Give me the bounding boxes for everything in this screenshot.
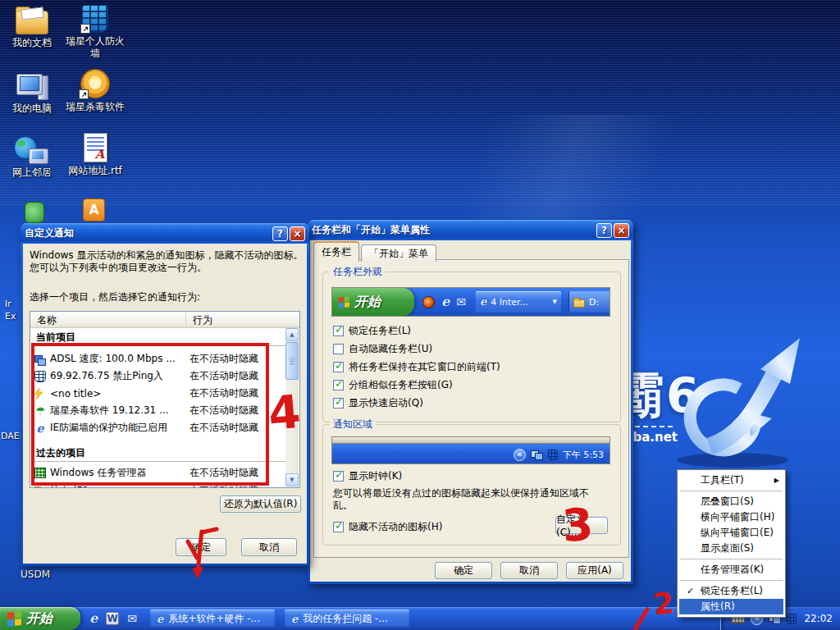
menu-item-show-desktop[interactable]: 显示桌面(S) <box>679 541 783 556</box>
dropdown-arrow-icon: ▼ <box>553 299 557 305</box>
tray-clock[interactable]: 22:02 <box>804 613 833 624</box>
checkbox-lock-taskbar[interactable]: ✓ 锁定任务栏(L) <box>333 324 411 338</box>
scroll-down-button[interactable]: ▼ <box>285 473 299 486</box>
dialog-titlebar[interactable]: 自定义通知 ? × <box>21 223 309 244</box>
tab-start-menu[interactable]: 「开始」菜单 <box>361 244 436 262</box>
list-rows: 当前项目 ADSL 速度: 100.0 Mbps ... 在不活动时隐藏 69.… <box>31 328 285 487</box>
hide-icons-hint: 您可以将最近没有点过的图标隐藏起来以便保持通知区域不 <box>333 487 589 500</box>
network-icon <box>531 450 543 460</box>
column-name[interactable]: 名称 <box>30 312 186 327</box>
firewall-tray-icon[interactable] <box>787 614 797 624</box>
checkbox-show-quicklaunch[interactable]: ✓ 显示快速启动(Q) <box>333 396 423 410</box>
windows-flag-icon <box>7 611 21 627</box>
my-documents-icon <box>16 11 48 34</box>
start-button[interactable]: 开始 <box>0 607 80 630</box>
partial-icon-label: USDM <box>21 568 50 580</box>
ok-button[interactable]: 确定 <box>435 562 492 579</box>
list-header[interactable]: 名称 行为 <box>30 312 299 328</box>
outlook-quicklaunch-icon[interactable]: ✉ <box>127 613 137 624</box>
scrollbar-thumb[interactable] <box>285 342 299 380</box>
menu-item-lock-taskbar[interactable]: ✓ 锁定任务栏(L) <box>679 583 783 599</box>
help-button[interactable]: ? <box>596 223 612 238</box>
groupbox-label: 通知区域 <box>330 418 376 430</box>
desktop-icon-network-places[interactable]: 网上邻居 <box>0 133 64 179</box>
groupbox-notification-area: 通知区域 « 下午 5:53 ✓ 显示时钟(K) <box>322 424 621 546</box>
ok-button[interactable]: 确定 <box>176 538 226 556</box>
ie-icon: e <box>157 614 163 624</box>
firewall-tray-icon <box>548 450 558 460</box>
help-button[interactable]: ? <box>272 226 288 241</box>
preview-start-label: 开始 <box>354 294 381 311</box>
word-quicklaunch-icon[interactable]: W <box>106 612 119 625</box>
firewall-wall-icon <box>82 5 108 33</box>
checkbox-show-clock[interactable]: ✓ 显示时钟(K) <box>333 469 402 483</box>
menu-item-properties[interactable]: 属性(R) <box>679 599 783 614</box>
checkbox-label: 将任务栏保持在其它窗口的前端(T) <box>349 360 500 374</box>
firewall-icon <box>34 371 46 382</box>
list-item[interactable]: ☂瑞星杀毒软件 19.12.31 ... 在不活动时隐藏 <box>31 402 285 419</box>
menu-item-tile-vertical[interactable]: 纵向平铺窗口(E) <box>679 525 783 541</box>
apply-button[interactable]: 应用(A) <box>566 562 623 579</box>
desktop-icon-my-documents[interactable]: 我的文档 <box>0 3 64 49</box>
quick-launch: e W ✉ <box>84 607 142 630</box>
list-item[interactable]: <no title> 在不活动时隐藏 <box>31 385 285 402</box>
notification-items-list[interactable]: 名称 行为 当前项目 ADSL 速度: 100.0 Mbps ... 在不活动时… <box>30 311 300 488</box>
checkbox-label: 显示时钟(K) <box>349 469 402 483</box>
cancel-button[interactable]: 取消 <box>241 538 297 556</box>
monitor-icon <box>29 148 48 164</box>
close-button[interactable]: × <box>290 226 305 241</box>
dialog-titlebar[interactable]: 任务栏和「开始」菜单属性 ? × <box>308 220 633 240</box>
menu-item-task-manager[interactable]: 任务管理器(K) <box>679 562 783 578</box>
desktop: 霸6 duba.net 我的文档 瑞星个人防火墙 我的电脑 瑞星杀毒软件 网上邻… <box>0 0 840 630</box>
icon-label: 我的电脑 <box>0 103 64 115</box>
mail-icon: ✉ <box>456 296 466 308</box>
checkbox-hide-inactive[interactable]: ✓ 隐藏不活动的图标(H) <box>333 520 442 534</box>
checkbox-label: 分组相似任务栏按钮(G) <box>349 378 453 392</box>
taskbar-context-menu: 工具栏(T) ▶ 层叠窗口(S) 横向平铺窗口(H) 纵向平铺窗口(E) 显示桌… <box>677 469 786 618</box>
chevron-icon: « <box>514 449 526 461</box>
close-button[interactable]: × <box>614 223 629 238</box>
partial-icon-label: Ex <box>5 311 16 322</box>
restore-defaults-button[interactable]: 还原为默认值(R) <box>220 495 301 513</box>
cancel-button[interactable]: 取消 <box>500 562 558 579</box>
checkbox-autohide-taskbar[interactable]: ✓ 自动隐藏任务栏(U) <box>333 342 432 356</box>
partial-desktop-icon[interactable]: A <box>83 199 105 221</box>
column-behavior[interactable]: 行为 <box>186 312 299 327</box>
menu-item-toolbars[interactable]: 工具栏(T) ▶ <box>679 472 783 488</box>
checkbox-label: 隐藏不活动的图标(H) <box>349 520 442 534</box>
checkbox-box: ✓ <box>333 380 344 390</box>
ie-icon: e <box>480 295 486 308</box>
partial-desktop-icon[interactable] <box>25 202 44 223</box>
list-item[interactable]: ADSL 速度: 100.0 Mbps ... 在不活动时隐藏 <box>31 350 285 368</box>
lion-icon <box>80 69 110 98</box>
menu-item-tile-horizontal[interactable]: 横向平铺窗口(H) <box>679 509 783 525</box>
preview-folder-button: D: <box>568 291 609 313</box>
checkbox-group-buttons[interactable]: ✓ 分组相似任务栏按钮(G) <box>333 378 453 392</box>
checkbox-keep-on-top[interactable]: ✓ 将任务栏保持在其它窗口的前端(T) <box>333 360 500 374</box>
media-player-icon <box>422 296 435 308</box>
task-button[interactable]: e 系统+软件+硬件 -... <box>150 609 275 628</box>
menu-separator <box>680 580 783 581</box>
list-item[interactable]: 69.92.76.75 禁止Ping入 在不活动时隐藏 <box>31 368 285 385</box>
scroll-up-button[interactable]: ▲ <box>285 328 299 341</box>
rtf-document-icon: A <box>84 133 107 162</box>
task-button[interactable]: e 我的任务拦问题 -... <box>285 609 409 628</box>
intro-text: 您可以为下列表中的项目更改这一行为。 <box>30 262 304 274</box>
taskbar-preview-image: 开始 e ✉ e 4 Inter... ▼ <box>331 287 610 317</box>
desktop-icon-website-rtf[interactable]: A 网站地址.rtf <box>63 131 127 177</box>
menu-item-cascade[interactable]: 层叠窗口(S) <box>679 494 783 509</box>
hide-icons-hint: 乱。 <box>333 500 353 512</box>
list-item[interactable]: 快存 (F1... 在不活动时隐藏 <box>31 482 285 487</box>
taskbar-properties-dialog: 任务栏和「开始」菜单属性 ? × 任务栏 「开始」菜单 任务栏外观 开始 <box>308 220 633 584</box>
list-item[interactable]: eIE防漏墙的保护功能已启用 在不活动时隐藏 <box>31 419 285 436</box>
customize-button[interactable]: 自定义(C)... <box>555 517 608 534</box>
dialog-body: Windows 显示活动的和紧急的通知图标，隐藏不活动的图标。 您可以为下列表中… <box>23 244 307 564</box>
list-item[interactable]: Windows 任务管理器 在不活动时隐藏 <box>31 464 285 482</box>
desktop-icon-rising-firewall[interactable]: 瑞星个人防火墙 <box>63 2 127 60</box>
ie-quicklaunch-icon[interactable]: e <box>89 612 98 625</box>
tab-taskbar[interactable]: 任务栏 <box>313 241 359 262</box>
desktop-icon-my-computer[interactable]: 我的电脑 <box>0 69 64 115</box>
scrollbar[interactable]: ▲ ▼ <box>285 328 299 486</box>
icon-label: 网上邻居 <box>0 167 64 179</box>
desktop-icon-rising-antivirus[interactable]: 瑞星杀毒软件 <box>63 67 127 113</box>
